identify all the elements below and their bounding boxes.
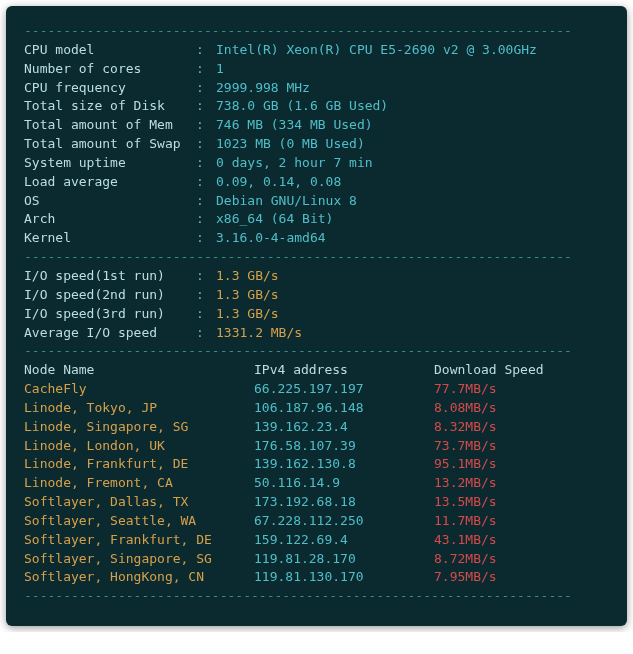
node-header-row: Node Name IPv4 address Download Speed: [24, 361, 609, 380]
spec-row: CPU model : Intel(R) Xeon(R) CPU E5-2690…: [24, 41, 609, 60]
node-ip: 139.162.130.8: [254, 455, 434, 474]
node-ip: 66.225.197.197: [254, 380, 434, 399]
node-speed: 13.2MB/s: [434, 474, 497, 493]
node-row: Softlayer, Singapore, SG119.81.28.1708.7…: [24, 550, 609, 569]
spec-label: CPU frequency: [24, 79, 196, 98]
colon: :: [196, 60, 216, 79]
spec-value: x86_64 (64 Bit): [216, 210, 333, 229]
colon: :: [196, 154, 216, 173]
node-row: Softlayer, HongKong, CN119.81.130.1707.9…: [24, 568, 609, 587]
spec-value: Intel(R) Xeon(R) CPU E5-2690 v2 @ 3.00GH…: [216, 41, 537, 60]
io-row: Average I/O speed : 1331.2 MB/s: [24, 324, 609, 343]
spec-value: Debian GNU/Linux 8: [216, 192, 357, 211]
spec-label: Total amount of Mem: [24, 116, 196, 135]
spec-row: System uptime : 0 days, 2 hour 7 min: [24, 154, 609, 173]
io-row: I/O speed(2nd run) : 1.3 GB/s: [24, 286, 609, 305]
divider: ----------------------------------------…: [24, 587, 609, 606]
spec-row: OS : Debian GNU/Linux 8: [24, 192, 609, 211]
spec-label: Kernel: [24, 229, 196, 248]
node-speed: 8.08MB/s: [434, 399, 497, 418]
io-label: Average I/O speed: [24, 324, 196, 343]
spec-label: Load average: [24, 173, 196, 192]
node-name: Linode, Singapore, SG: [24, 418, 254, 437]
colon: :: [196, 210, 216, 229]
spec-value: 2999.998 MHz: [216, 79, 310, 98]
node-row: Linode, Frankfurt, DE139.162.130.895.1MB…: [24, 455, 609, 474]
node-ip: 159.122.69.4: [254, 531, 434, 550]
spec-row: Arch : x86_64 (64 Bit): [24, 210, 609, 229]
spec-row: Load average : 0.09, 0.14, 0.08: [24, 173, 609, 192]
node-name: Softlayer, Singapore, SG: [24, 550, 254, 569]
node-name: Softlayer, Dallas, TX: [24, 493, 254, 512]
divider: ----------------------------------------…: [24, 342, 609, 361]
colon: :: [196, 79, 216, 98]
node-name: Linode, Tokyo, JP: [24, 399, 254, 418]
colon: :: [196, 286, 216, 305]
spec-value: 1023 MB (0 MB Used): [216, 135, 365, 154]
node-name: Softlayer, HongKong, CN: [24, 568, 254, 587]
colon: :: [196, 116, 216, 135]
node-row: Softlayer, Dallas, TX173.192.68.1813.5MB…: [24, 493, 609, 512]
spec-value: 0.09, 0.14, 0.08: [216, 173, 341, 192]
divider: ----------------------------------------…: [24, 248, 609, 267]
node-ip: 106.187.96.148: [254, 399, 434, 418]
node-speed: 95.1MB/s: [434, 455, 497, 474]
io-label: I/O speed(3rd run): [24, 305, 196, 324]
spec-value: 1: [216, 60, 224, 79]
node-ip: 139.162.23.4: [254, 418, 434, 437]
io-block: I/O speed(1st run) : 1.3 GB/sI/O speed(2…: [24, 267, 609, 342]
system-specs-block: CPU model : Intel(R) Xeon(R) CPU E5-2690…: [24, 41, 609, 248]
node-speed: 8.72MB/s: [434, 550, 497, 569]
colon: :: [196, 135, 216, 154]
col-header-ip: IPv4 address: [254, 361, 434, 380]
colon: :: [196, 267, 216, 286]
node-speed: 43.1MB/s: [434, 531, 497, 550]
node-name: Linode, London, UK: [24, 437, 254, 456]
io-value: 1.3 GB/s: [216, 286, 279, 305]
divider: ----------------------------------------…: [24, 22, 609, 41]
node-ip: 67.228.112.250: [254, 512, 434, 531]
spec-row: Number of cores : 1: [24, 60, 609, 79]
spec-row: Total size of Disk : 738.0 GB (1.6 GB Us…: [24, 97, 609, 116]
spec-row: Total amount of Swap : 1023 MB (0 MB Use…: [24, 135, 609, 154]
node-row: Linode, Tokyo, JP106.187.96.1488.08MB/s: [24, 399, 609, 418]
spec-value: 3.16.0-4-amd64: [216, 229, 326, 248]
node-ip: 119.81.28.170: [254, 550, 434, 569]
node-name: Linode, Frankfurt, DE: [24, 455, 254, 474]
col-header-name: Node Name: [24, 361, 254, 380]
spec-value: 0 days, 2 hour 7 min: [216, 154, 373, 173]
colon: :: [196, 324, 216, 343]
spec-value: 746 MB (334 MB Used): [216, 116, 373, 135]
node-ip: 176.58.107.39: [254, 437, 434, 456]
spec-value: 738.0 GB (1.6 GB Used): [216, 97, 388, 116]
node-name: Softlayer, Frankfurt, DE: [24, 531, 254, 550]
node-list: CacheFly66.225.197.19777.7MB/sLinode, To…: [24, 380, 609, 587]
spec-row: CPU frequency : 2999.998 MHz: [24, 79, 609, 98]
node-ip: 173.192.68.18: [254, 493, 434, 512]
spec-label: System uptime: [24, 154, 196, 173]
spec-label: Arch: [24, 210, 196, 229]
node-speed: 73.7MB/s: [434, 437, 497, 456]
spec-row: Kernel : 3.16.0-4-amd64: [24, 229, 609, 248]
spec-label: Total size of Disk: [24, 97, 196, 116]
colon: :: [196, 173, 216, 192]
node-row: Linode, Singapore, SG139.162.23.48.32MB/…: [24, 418, 609, 437]
io-value: 1.3 GB/s: [216, 305, 279, 324]
colon: :: [196, 229, 216, 248]
node-speed: 77.7MB/s: [434, 380, 497, 399]
node-row: Softlayer, Frankfurt, DE159.122.69.443.1…: [24, 531, 609, 550]
terminal-window: ----------------------------------------…: [6, 6, 627, 626]
colon: :: [196, 305, 216, 324]
io-label: I/O speed(1st run): [24, 267, 196, 286]
spec-label: Number of cores: [24, 60, 196, 79]
colon: :: [196, 41, 216, 60]
spec-label: CPU model: [24, 41, 196, 60]
io-value: 1.3 GB/s: [216, 267, 279, 286]
io-label: I/O speed(2nd run): [24, 286, 196, 305]
spec-label: OS: [24, 192, 196, 211]
node-row: CacheFly66.225.197.19777.7MB/s: [24, 380, 609, 399]
io-value: 1331.2 MB/s: [216, 324, 302, 343]
node-row: Softlayer, Seattle, WA67.228.112.25011.7…: [24, 512, 609, 531]
io-row: I/O speed(3rd run) : 1.3 GB/s: [24, 305, 609, 324]
node-name: Softlayer, Seattle, WA: [24, 512, 254, 531]
